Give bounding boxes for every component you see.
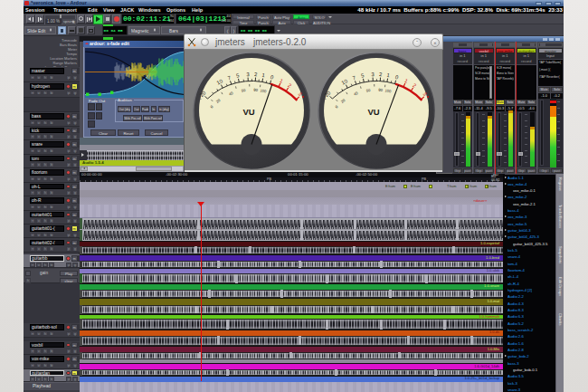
svg-text:VU: VU	[367, 107, 379, 117]
svg-text:VU: VU	[242, 107, 254, 117]
svg-text:3: 3	[371, 72, 375, 77]
svg-text:2: 2	[378, 72, 382, 77]
svg-text:2: 2	[253, 71, 257, 76]
svg-text:3: 3	[246, 72, 250, 77]
